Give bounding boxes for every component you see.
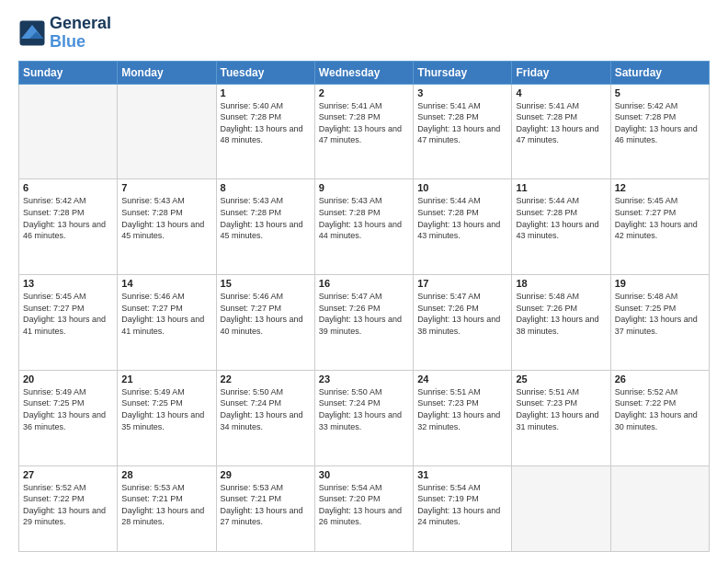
- day-header-monday: Monday: [118, 61, 216, 84]
- day-info: Sunrise: 5:41 AM Sunset: 7:28 PM Dayligh…: [516, 100, 606, 146]
- calendar-week-5: 27Sunrise: 5:52 AM Sunset: 7:22 PM Dayli…: [19, 465, 710, 551]
- calendar-cell: 1Sunrise: 5:40 AM Sunset: 7:28 PM Daylig…: [216, 84, 314, 179]
- day-number: 29: [221, 469, 311, 480]
- day-info: Sunrise: 5:43 AM Sunset: 7:28 PM Dayligh…: [319, 195, 409, 241]
- day-number: 5: [615, 87, 705, 98]
- calendar-cell: 17Sunrise: 5:47 AM Sunset: 7:26 PM Dayli…: [414, 275, 512, 371]
- calendar-week-3: 13Sunrise: 5:45 AM Sunset: 7:27 PM Dayli…: [19, 275, 710, 371]
- day-number: 13: [23, 278, 113, 289]
- calendar-cell: 24Sunrise: 5:51 AM Sunset: 7:23 PM Dayli…: [414, 370, 512, 465]
- calendar-cell: 26Sunrise: 5:52 AM Sunset: 7:22 PM Dayli…: [610, 370, 709, 465]
- calendar-cell: 5Sunrise: 5:42 AM Sunset: 7:28 PM Daylig…: [610, 84, 709, 179]
- day-info: Sunrise: 5:47 AM Sunset: 7:26 PM Dayligh…: [319, 291, 409, 337]
- day-info: Sunrise: 5:41 AM Sunset: 7:28 PM Dayligh…: [319, 100, 409, 146]
- day-header-saturday: Saturday: [610, 61, 709, 84]
- day-number: 2: [319, 87, 409, 98]
- day-info: Sunrise: 5:52 AM Sunset: 7:22 PM Dayligh…: [23, 482, 113, 528]
- calendar-cell: 19Sunrise: 5:48 AM Sunset: 7:25 PM Dayli…: [610, 275, 709, 371]
- calendar-cell: 25Sunrise: 5:51 AM Sunset: 7:23 PM Dayli…: [512, 370, 610, 465]
- calendar-cell: 7Sunrise: 5:43 AM Sunset: 7:28 PM Daylig…: [118, 179, 216, 275]
- calendar-cell: 3Sunrise: 5:41 AM Sunset: 7:28 PM Daylig…: [414, 84, 512, 179]
- day-header-tuesday: Tuesday: [216, 61, 314, 84]
- day-info: Sunrise: 5:49 AM Sunset: 7:25 PM Dayligh…: [23, 386, 113, 432]
- calendar: SundayMondayTuesdayWednesdayThursdayFrid…: [18, 61, 710, 552]
- day-info: Sunrise: 5:42 AM Sunset: 7:28 PM Dayligh…: [23, 195, 113, 241]
- day-number: 21: [121, 373, 211, 385]
- calendar-cell: [19, 84, 118, 179]
- day-info: Sunrise: 5:52 AM Sunset: 7:22 PM Dayligh…: [615, 386, 705, 432]
- calendar-cell: 10Sunrise: 5:44 AM Sunset: 7:28 PM Dayli…: [414, 179, 512, 275]
- calendar-cell: 27Sunrise: 5:52 AM Sunset: 7:22 PM Dayli…: [19, 465, 118, 551]
- day-info: Sunrise: 5:48 AM Sunset: 7:26 PM Dayligh…: [516, 291, 606, 337]
- day-number: 27: [23, 469, 113, 480]
- calendar-header-row: SundayMondayTuesdayWednesdayThursdayFrid…: [19, 61, 710, 84]
- day-number: 15: [221, 278, 311, 289]
- page: GeneralBlue SundayMondayTuesdayWednesday…: [0, 0, 728, 563]
- calendar-cell: [512, 465, 610, 551]
- day-number: 1: [221, 87, 311, 98]
- day-number: 31: [417, 469, 507, 480]
- day-info: Sunrise: 5:46 AM Sunset: 7:27 PM Dayligh…: [221, 291, 311, 337]
- calendar-cell: 6Sunrise: 5:42 AM Sunset: 7:28 PM Daylig…: [19, 179, 118, 275]
- day-info: Sunrise: 5:44 AM Sunset: 7:28 PM Dayligh…: [417, 195, 507, 241]
- day-info: Sunrise: 5:49 AM Sunset: 7:25 PM Dayligh…: [121, 386, 211, 432]
- day-number: 7: [121, 182, 211, 193]
- day-info: Sunrise: 5:40 AM Sunset: 7:28 PM Dayligh…: [221, 100, 311, 146]
- calendar-cell: 13Sunrise: 5:45 AM Sunset: 7:27 PM Dayli…: [19, 275, 118, 371]
- day-info: Sunrise: 5:46 AM Sunset: 7:27 PM Dayligh…: [121, 291, 211, 337]
- day-info: Sunrise: 5:43 AM Sunset: 7:28 PM Dayligh…: [121, 195, 211, 241]
- day-number: 19: [615, 278, 705, 289]
- calendar-cell: [610, 465, 709, 551]
- logo-icon: [18, 19, 46, 47]
- day-info: Sunrise: 5:50 AM Sunset: 7:24 PM Dayligh…: [221, 386, 311, 432]
- day-info: Sunrise: 5:45 AM Sunset: 7:27 PM Dayligh…: [23, 291, 113, 337]
- day-number: 26: [615, 373, 705, 385]
- day-number: 16: [319, 278, 409, 289]
- day-number: 3: [417, 87, 507, 98]
- calendar-cell: 22Sunrise: 5:50 AM Sunset: 7:24 PM Dayli…: [216, 370, 314, 465]
- calendar-cell: 12Sunrise: 5:45 AM Sunset: 7:27 PM Dayli…: [610, 179, 709, 275]
- day-info: Sunrise: 5:53 AM Sunset: 7:21 PM Dayligh…: [221, 482, 311, 528]
- calendar-cell: 4Sunrise: 5:41 AM Sunset: 7:28 PM Daylig…: [512, 84, 610, 179]
- day-header-wednesday: Wednesday: [314, 61, 413, 84]
- calendar-cell: 29Sunrise: 5:53 AM Sunset: 7:21 PM Dayli…: [216, 465, 314, 551]
- day-info: Sunrise: 5:53 AM Sunset: 7:21 PM Dayligh…: [121, 482, 211, 528]
- day-number: 8: [221, 182, 311, 193]
- day-info: Sunrise: 5:54 AM Sunset: 7:20 PM Dayligh…: [319, 482, 409, 528]
- day-number: 24: [417, 373, 507, 385]
- calendar-cell: 15Sunrise: 5:46 AM Sunset: 7:27 PM Dayli…: [216, 275, 314, 371]
- day-number: 11: [516, 182, 606, 193]
- calendar-cell: 28Sunrise: 5:53 AM Sunset: 7:21 PM Dayli…: [118, 465, 216, 551]
- day-number: 25: [516, 373, 606, 385]
- day-number: 10: [417, 182, 507, 193]
- logo-text: GeneralBlue: [50, 15, 111, 52]
- day-info: Sunrise: 5:45 AM Sunset: 7:27 PM Dayligh…: [615, 195, 705, 241]
- day-info: Sunrise: 5:41 AM Sunset: 7:28 PM Dayligh…: [417, 100, 507, 146]
- calendar-cell: 16Sunrise: 5:47 AM Sunset: 7:26 PM Dayli…: [314, 275, 413, 371]
- day-header-sunday: Sunday: [19, 61, 118, 84]
- calendar-cell: 21Sunrise: 5:49 AM Sunset: 7:25 PM Dayli…: [118, 370, 216, 465]
- calendar-cell: 30Sunrise: 5:54 AM Sunset: 7:20 PM Dayli…: [314, 465, 413, 551]
- day-info: Sunrise: 5:51 AM Sunset: 7:23 PM Dayligh…: [516, 386, 606, 432]
- calendar-cell: 9Sunrise: 5:43 AM Sunset: 7:28 PM Daylig…: [314, 179, 413, 275]
- day-info: Sunrise: 5:47 AM Sunset: 7:26 PM Dayligh…: [417, 291, 507, 337]
- calendar-cell: 2Sunrise: 5:41 AM Sunset: 7:28 PM Daylig…: [314, 84, 413, 179]
- day-number: 17: [417, 278, 507, 289]
- calendar-cell: 14Sunrise: 5:46 AM Sunset: 7:27 PM Dayli…: [118, 275, 216, 371]
- day-number: 9: [319, 182, 409, 193]
- calendar-cell: 31Sunrise: 5:54 AM Sunset: 7:19 PM Dayli…: [414, 465, 512, 551]
- day-info: Sunrise: 5:44 AM Sunset: 7:28 PM Dayligh…: [516, 195, 606, 241]
- calendar-cell: 18Sunrise: 5:48 AM Sunset: 7:26 PM Dayli…: [512, 275, 610, 371]
- calendar-cell: 11Sunrise: 5:44 AM Sunset: 7:28 PM Dayli…: [512, 179, 610, 275]
- logo-line1: GeneralBlue: [50, 15, 111, 52]
- day-number: 20: [23, 373, 113, 385]
- calendar-week-1: 1Sunrise: 5:40 AM Sunset: 7:28 PM Daylig…: [19, 84, 710, 179]
- day-number: 23: [319, 373, 409, 385]
- day-info: Sunrise: 5:51 AM Sunset: 7:23 PM Dayligh…: [417, 386, 507, 432]
- day-number: 28: [121, 469, 211, 480]
- calendar-cell: [118, 84, 216, 179]
- day-info: Sunrise: 5:42 AM Sunset: 7:28 PM Dayligh…: [615, 100, 705, 146]
- header: GeneralBlue: [18, 15, 710, 52]
- calendar-week-2: 6Sunrise: 5:42 AM Sunset: 7:28 PM Daylig…: [19, 179, 710, 275]
- day-number: 14: [121, 278, 211, 289]
